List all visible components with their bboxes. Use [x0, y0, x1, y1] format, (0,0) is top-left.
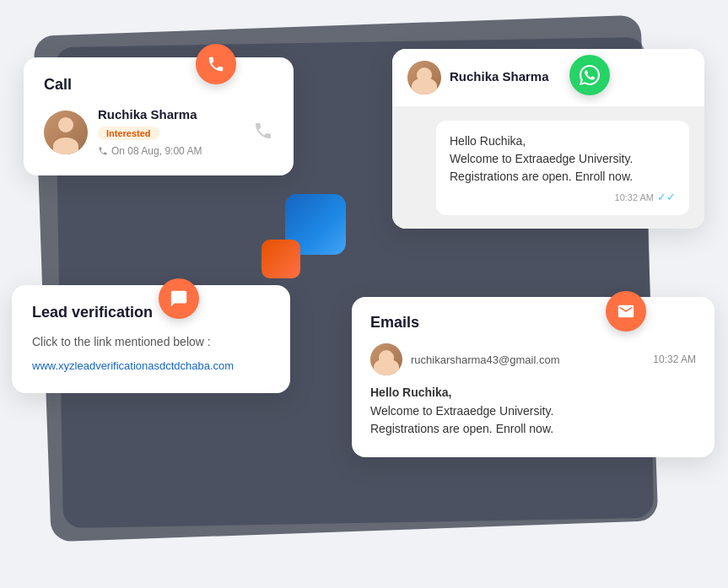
whatsapp-header: Ruchika Sharma	[392, 49, 704, 107]
whatsapp-badge	[569, 55, 610, 95]
whatsapp-avatar	[407, 61, 441, 94]
lead-link[interactable]: www.xyzleadverificationasdctdchaba.com	[32, 359, 234, 372]
phone-small-icon	[98, 146, 108, 156]
message-text: Hello Ruchika, Welcome to Extraaedge Uni…	[450, 132, 676, 186]
contact-name: Ruchika Sharma	[98, 107, 236, 121]
lead-body-text: Click to the link mentioned below :	[32, 333, 270, 351]
email-card: Emails ruchikarsharma43@gmail.com 10:32 …	[352, 297, 715, 457]
contact-info: Ruchika Sharma Interested On 08 Aug, 9:0…	[98, 107, 236, 157]
lead-card: Lead verification Click to the link ment…	[12, 285, 290, 393]
message-time: 10:32 AM ✓✓	[450, 191, 676, 203]
logo-orange-square	[262, 240, 300, 278]
call-time: On 08 Aug, 9:00 AM	[98, 145, 236, 157]
phone-badge	[196, 44, 236, 84]
status-badge: Interested	[98, 127, 159, 140]
email-time: 10:32 AM	[653, 353, 696, 365]
whatsapp-card: Ruchika Sharma Hello Ruchika, Welcome to…	[392, 49, 704, 229]
email-badge	[606, 291, 646, 332]
email-sender: ruchikarsharma43@gmail.com	[411, 353, 644, 366]
email-message: Hello Ruchika, Welcome to Extraaedge Uni…	[370, 384, 696, 439]
whatsapp-contact-name: Ruchika Sharma	[450, 69, 549, 84]
call-card-title: Call	[44, 76, 273, 94]
email-card-title: Emails	[370, 314, 696, 332]
call-card: Call Ruchika Sharma Interested On 08 Aug…	[24, 57, 294, 175]
phone-icon-right	[253, 121, 273, 144]
app-logo	[262, 194, 346, 278]
sms-badge	[159, 278, 199, 319]
whatsapp-body: Hello Ruchika, Welcome to Extraaedge Uni…	[392, 107, 704, 229]
read-check-icon: ✓✓	[657, 191, 676, 203]
email-avatar	[370, 343, 402, 375]
lead-card-title: Lead verification	[32, 304, 270, 321]
avatar	[44, 111, 88, 154]
email-row: ruchikarsharma43@gmail.com 10:32 AM	[370, 343, 696, 375]
message-bubble: Hello Ruchika, Welcome to Extraaedge Uni…	[436, 121, 689, 215]
